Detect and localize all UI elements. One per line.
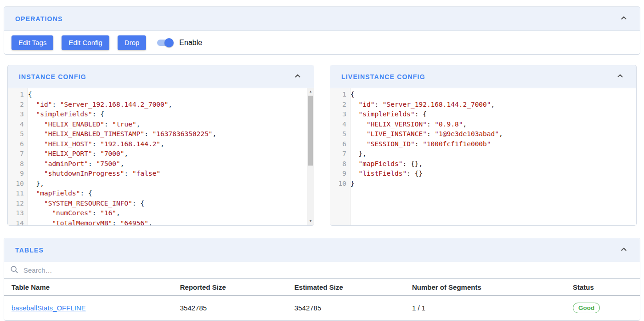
code-line: 9 "shutdownInProgress": "false" <box>8 169 314 179</box>
code-line: 5 "HELIX_ENABLED_TIMESTAMP": "1637836350… <box>8 129 314 139</box>
operations-body: Edit Tags Edit Config Drop Enable <box>4 31 640 54</box>
operations-header: OPERATIONS <box>4 7 640 31</box>
chevron-up-icon <box>619 13 629 24</box>
table-search-row <box>4 262 640 279</box>
liveinstance-config-editor[interactable]: 1{2 "id": "Server_192.168.144.2_7000",3 … <box>330 88 636 225</box>
code-line: 2 "id": "Server_192.168.144.2_7000", <box>330 100 636 110</box>
config-row: INSTANCE CONFIG ▲ ▼ 1{2 "id": "Server_19… <box>4 65 640 226</box>
code-line: 7 }, <box>330 149 636 159</box>
instance-config-editor[interactable]: ▲ ▼ 1{2 "id": "Server_192.168.144.2_7000… <box>8 88 314 225</box>
toggle-thumb <box>164 38 174 47</box>
enable-toggle-label: Enable <box>179 39 202 47</box>
code-line: 14 "totalMemoryMB": "64956", <box>8 218 314 226</box>
liveinstance-config-title: LIVEINSTANCE CONFIG <box>341 73 425 80</box>
code-line: 3 "simpleFields": { <box>8 109 314 120</box>
table-row: baseballStats_OFFLINE 3542785 3542785 1 … <box>4 296 640 321</box>
tables-collapse-button[interactable] <box>619 244 629 256</box>
instance-config-panel: INSTANCE CONFIG ▲ ▼ 1{2 "id": "Server_19… <box>7 65 314 226</box>
operations-panel: OPERATIONS Edit Tags Edit Config Drop En… <box>4 6 640 55</box>
instance-config-title: INSTANCE CONFIG <box>19 73 86 80</box>
column-header-estimated-size[interactable]: Estimated Size <box>287 279 405 296</box>
tables-table: Table Name Reported Size Estimated Size … <box>4 279 640 321</box>
column-header-table-name[interactable]: Table Name <box>4 279 173 296</box>
column-header-number-of-segments[interactable]: Number of Segments <box>405 279 565 296</box>
code-line: 11 "mapFields": { <box>8 189 314 199</box>
code-line: 9 "listFields": {} <box>330 169 636 179</box>
code-line: 7 "HELIX_PORT": "7000", <box>8 149 314 159</box>
tables-title: TABLES <box>15 246 44 254</box>
code-line: 8 "adminPort": "7500", <box>8 159 314 169</box>
estimated-size-cell: 3542785 <box>287 296 405 321</box>
code-line: 4 "HELIX_ENABLED": "true", <box>8 120 314 130</box>
code-line: 8 "mapFields": {}, <box>330 159 636 169</box>
edit-tags-button[interactable]: Edit Tags <box>11 35 53 50</box>
enable-toggle[interactable] <box>157 38 174 47</box>
code-line: 10} <box>330 179 636 189</box>
code-line: 5 "LIVE_INSTANCE": "1@9e3de103abad", <box>330 129 636 139</box>
segments-cell: 1 / 1 <box>405 296 565 321</box>
operations-title: OPERATIONS <box>15 15 63 23</box>
liveinstance-config-header: LIVEINSTANCE CONFIG <box>330 65 636 88</box>
code-line: 13 "numCores": "16", <box>8 208 314 218</box>
search-input[interactable] <box>23 266 634 274</box>
code-line: 10 }, <box>8 179 314 189</box>
code-line: 6 "SESSION_ID": "1000fcf1f1e000b" <box>330 139 636 149</box>
status-badge: Good <box>573 303 600 313</box>
code-line: 6 "HELIX_HOST": "192.168.144.2", <box>8 139 314 149</box>
chevron-up-icon <box>615 71 625 82</box>
instance-config-header: INSTANCE CONFIG <box>8 65 314 88</box>
search-icon <box>10 265 19 276</box>
tables-panel: TABLES Table Name Reported Size Estimate… <box>4 238 640 321</box>
code-line: 3 "simpleFields": { <box>330 109 636 120</box>
operations-collapse-button[interactable] <box>619 13 629 24</box>
code-line: 1{ <box>330 90 636 100</box>
instance-config-collapse-button[interactable] <box>293 71 303 82</box>
chevron-up-icon <box>293 71 303 82</box>
liveinstance-config-collapse-button[interactable] <box>615 71 625 82</box>
code-line: 12 "SYSTEM_RESOURCE_INFO": { <box>8 199 314 209</box>
chevron-up-icon <box>619 244 629 256</box>
code-line: 2 "id": "Server_192.168.144.2_7000", <box>8 100 314 110</box>
liveinstance-config-panel: LIVEINSTANCE CONFIG 1{2 "id": "Server_19… <box>330 65 637 226</box>
code-line: 1{ <box>8 90 314 100</box>
tables-header: TABLES <box>4 238 640 262</box>
table-header-row: Table Name Reported Size Estimated Size … <box>4 279 640 296</box>
reported-size-cell: 3542785 <box>173 296 287 321</box>
column-header-reported-size[interactable]: Reported Size <box>173 279 287 296</box>
code-line: 4 "HELIX_VERSION": "0.9.8", <box>330 120 636 130</box>
edit-config-button[interactable]: Edit Config <box>62 35 109 50</box>
table-name-link[interactable]: baseballStats_OFFLINE <box>11 304 86 312</box>
drop-button[interactable]: Drop <box>118 35 147 50</box>
column-header-status[interactable]: Status <box>565 279 640 296</box>
